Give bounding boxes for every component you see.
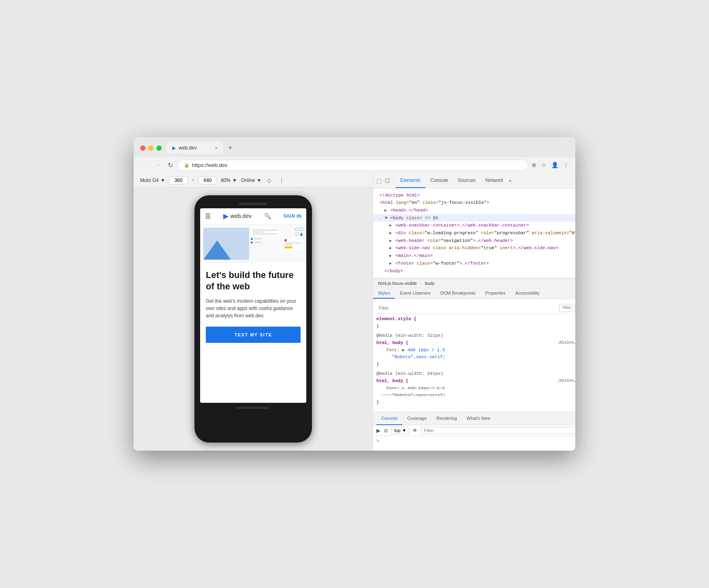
tab-dom-breakpoints[interactable]: DOM Breakpoints	[436, 288, 480, 299]
console-eye-icon[interactable]: 👁	[412, 428, 418, 434]
pseudo-states-button[interactable]: :hov	[559, 304, 572, 312]
more-tabs-icon[interactable]: »	[509, 178, 512, 184]
device-selector[interactable]: Moto G4 ▼	[140, 177, 165, 183]
search-icon[interactable]: 🔍	[264, 213, 271, 219]
html-line-main: ▶ <main>…</main>	[383, 252, 575, 260]
viewport-area: Moto G4 ▼ × 80% ▼ Online ▼ ◇ ⋮	[134, 174, 373, 451]
tab-whats-new[interactable]: What's New	[462, 412, 495, 425]
url-text: https://web.dev	[192, 162, 227, 168]
tab-title: web.dev	[179, 145, 197, 151]
height-input[interactable]	[199, 176, 217, 184]
tab-coverage[interactable]: Coverage	[402, 412, 431, 425]
phone-home-bar	[237, 407, 269, 409]
tab-properties[interactable]: Properties	[480, 288, 510, 299]
tab-accessibility[interactable]: Accessibility	[510, 288, 545, 299]
address-bar: ← → ↻ 🔒 https://web.dev ⊕ ☆ 👤 ⋮	[134, 157, 575, 174]
hero-images	[200, 225, 306, 263]
webdev-logo-text: web.dev	[231, 213, 252, 219]
network-throttle-selector[interactable]: Online ▼	[241, 177, 262, 183]
back-button[interactable]: ←	[140, 160, 150, 170]
webdev-logo-icon: ▶	[223, 212, 228, 220]
hero-title: Let's build the future of the web	[206, 269, 301, 293]
html-line-snackbar: ▶ <web-snackbar-container>…</web-snackba…	[383, 222, 575, 229]
tab-bar: ▶ web.dev × +	[167, 142, 569, 154]
html-line-footer: ▶ <footer class="w-footer">…</footer>	[383, 260, 575, 267]
styles-tabs: Styles Event Listeners DOM Breakpoints P…	[373, 288, 575, 299]
tab-rendering[interactable]: Rendering	[431, 412, 462, 425]
device-toolbar: Moto G4 ▼ × 80% ▼ Online ▼ ◇ ⋮	[134, 174, 373, 187]
main-area: Moto G4 ▼ × 80% ▼ Online ▼ ◇ ⋮	[134, 174, 575, 451]
console-stop-icon[interactable]: ⊘	[384, 428, 388, 434]
html-line-body-close: </body>	[378, 267, 575, 275]
html-line-progress: ▶ <div class="w-loading-progress" role="…	[383, 229, 575, 237]
new-tab-button[interactable]: +	[225, 142, 236, 154]
breadcrumb-body[interactable]: body	[423, 280, 436, 286]
tab-console[interactable]: Console	[425, 173, 453, 188]
console-prompt: >	[376, 438, 575, 443]
tab-network[interactable]: Network	[480, 173, 508, 188]
browser-window: ▶ web.dev × + ← → ↻ 🔒 https://web.dev ⊕ …	[134, 137, 575, 451]
html-source: <!doctype html> <html lang="en" class="j…	[373, 188, 575, 279]
console-filter-input[interactable]	[421, 427, 575, 434]
lock-icon: 🔒	[184, 163, 190, 168]
zoom-chevron-icon: ▼	[232, 177, 237, 183]
devtools-panel: ⬚ ☐ Elements Console Sources Network » ⋮…	[373, 174, 575, 451]
console-context-chevron: ▼	[402, 428, 406, 433]
console-context-selector[interactable]: top ▼	[391, 427, 409, 434]
sensor-button[interactable]: ◇	[265, 176, 273, 184]
styles-left-panel: :hov .cls + element.style { } @media (mi…	[373, 299, 575, 412]
menu-icon[interactable]: ⋮	[563, 162, 569, 168]
active-tab[interactable]: ▶ web.dev ×	[167, 142, 223, 154]
add-tab-icon[interactable]: ⊕	[532, 162, 536, 168]
test-my-site-button[interactable]: TEST MY SITE	[206, 327, 301, 343]
cls-button[interactable]: .cls	[574, 304, 575, 312]
console-tabs: Console Coverage Rendering What's New ×	[373, 412, 575, 425]
element-style-rule: element.style { }	[376, 316, 575, 330]
styles-filter-input[interactable]	[379, 306, 557, 310]
minimize-button[interactable]	[148, 145, 154, 151]
hero-dots	[251, 238, 279, 244]
forward-button[interactable]: →	[153, 160, 163, 170]
console-play-icon[interactable]: ▶	[376, 428, 380, 434]
network-status: Online	[241, 177, 255, 183]
console-bottom: Console Coverage Rendering What's New × …	[373, 412, 575, 451]
webdev-header: ☰ ▶ web.dev 🔍 SIGN IN	[200, 208, 306, 225]
address-input[interactable]: 🔒 https://web.dev	[178, 160, 528, 171]
hamburger-menu-icon[interactable]: ☰	[205, 212, 211, 220]
avatar-icon[interactable]: 👤	[551, 162, 558, 168]
device-toggle-icon[interactable]: ☐	[385, 177, 390, 184]
close-button[interactable]	[140, 145, 145, 151]
breadcrumb: html.js-focus-visible › body	[373, 278, 575, 288]
hero-mini-card	[283, 237, 303, 250]
more-options-button[interactable]: ⋮	[277, 176, 286, 184]
device-chevron-icon: ▼	[160, 177, 165, 183]
sign-in-button[interactable]: SIGN IN	[284, 214, 301, 218]
tab-console-bottom[interactable]: Console	[376, 412, 402, 425]
html-line-html: <html lang="en" class="js-focus-visible"…	[373, 199, 575, 207]
media-query-rule-1: @media (min-width: 321px) html, body { _…	[376, 332, 575, 368]
hero-description: Get the web's modern capabilities on you…	[206, 297, 301, 319]
maximize-button[interactable]	[156, 145, 162, 151]
media-query-rule-2: @media (min-width: 241px) html, body { _…	[376, 370, 575, 406]
webdev-logo[interactable]: ▶ web.dev	[223, 212, 252, 220]
hero-image-1	[203, 228, 249, 260]
reload-button[interactable]: ↻	[166, 160, 175, 171]
console-output: >	[373, 436, 575, 451]
tab-event-listeners[interactable]: Event Listeners	[395, 288, 436, 299]
dimension-separator: ×	[192, 177, 194, 183]
inspect-element-icon[interactable]: ⬚	[376, 177, 382, 184]
tab-elements[interactable]: Elements	[395, 173, 425, 188]
zoom-selector[interactable]: 80% ▼	[221, 177, 237, 183]
tab-styles[interactable]: Styles	[373, 288, 395, 299]
webdev-content: Let's build the future of the web Get th…	[200, 263, 306, 349]
bookmark-icon[interactable]: ☆	[541, 162, 547, 168]
hero-card-1	[251, 228, 279, 236]
breadcrumb-html[interactable]: html.js-focus-visible	[376, 280, 419, 286]
width-input[interactable]	[169, 176, 188, 184]
tab-sources[interactable]: Sources	[453, 173, 480, 188]
console-toolbar: ▶ ⊘ top ▼ 👁 Default levels ▼ ⚙	[373, 425, 575, 436]
html-line-body[interactable]: … ▼ <body class> == $0	[373, 214, 575, 222]
phone-screen: ☰ ▶ web.dev 🔍 SIGN IN	[200, 208, 306, 403]
devtools-icons: ⬚ ☐	[376, 177, 394, 184]
tab-close-button[interactable]: ×	[215, 145, 218, 150]
